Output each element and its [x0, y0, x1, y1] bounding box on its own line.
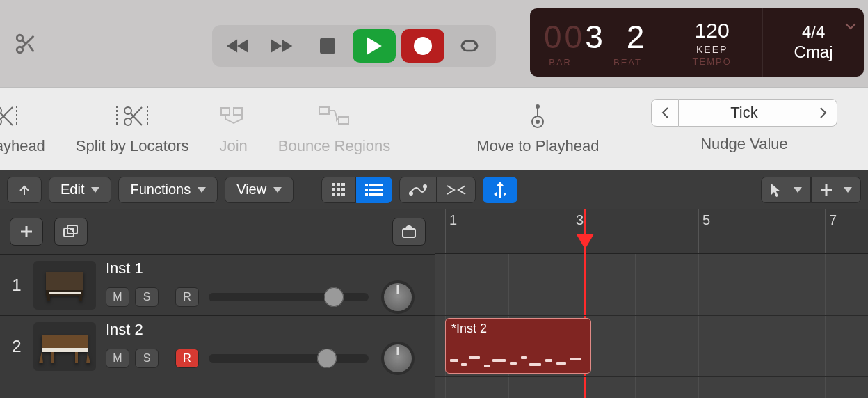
- track-number: 1: [0, 276, 33, 295]
- pointer-tool-button[interactable]: [761, 177, 811, 203]
- lcd-key-sig[interactable]: 4/4 Cmaj: [763, 8, 864, 77]
- track-row[interactable]: 1Inst 1MSR: [0, 254, 435, 315]
- svg-rect-32: [337, 193, 340, 196]
- split-by-locators-button[interactable]: Split by Locators: [76, 104, 189, 155]
- track-instrument-icon[interactable]: [33, 261, 96, 310]
- timeline[interactable]: 1 3 5 7 *Inst 2: [435, 209, 868, 398]
- svg-line-4: [22, 40, 26, 44]
- svg-rect-28: [332, 188, 335, 191]
- rewind-button[interactable]: [219, 31, 258, 61]
- lcd-tempo-value: 120: [695, 19, 730, 42]
- volume-slider[interactable]: [209, 293, 369, 301]
- join-label: Join: [220, 137, 248, 155]
- svg-rect-17: [221, 108, 230, 115]
- svg-rect-38: [365, 193, 368, 196]
- svg-rect-55: [79, 296, 82, 301]
- svg-rect-58: [51, 352, 54, 363]
- lcd-tempo-keep: KEEP: [696, 44, 728, 55]
- record-button[interactable]: [401, 29, 444, 63]
- solo-button[interactable]: S: [135, 349, 159, 368]
- ruler-mark-1: 1: [449, 212, 457, 228]
- track-instrument-icon[interactable]: [33, 322, 96, 371]
- volume-slider[interactable]: [209, 354, 369, 363]
- svg-rect-54: [47, 296, 50, 301]
- move-to-playhead-button[interactable]: Move to Playhead: [476, 104, 599, 155]
- grid-icon-view-button[interactable]: [321, 177, 356, 203]
- nudge-value-group: Tick Nudge Value: [651, 99, 837, 153]
- lcd-key: Cmaj: [794, 42, 833, 63]
- svg-line-3: [29, 44, 34, 51]
- track-name[interactable]: Inst 1: [106, 260, 435, 278]
- svg-point-0: [17, 35, 23, 41]
- functions-menu[interactable]: Functions: [118, 177, 218, 203]
- svg-rect-57: [42, 348, 88, 352]
- midi-region-inst2[interactable]: *Inst 2: [445, 318, 591, 374]
- editor-area: Edit Functions View: [0, 170, 868, 398]
- svg-line-8: [1, 113, 13, 125]
- region-toolbar: y Playhead Split by Locators Join Bounce…: [0, 87, 868, 170]
- automation-segment: [399, 177, 476, 203]
- scissors-tool-button[interactable]: [7, 25, 45, 63]
- record-enable-button[interactable]: R: [175, 349, 199, 368]
- track-row[interactable]: 2Inst 2MSR: [0, 315, 435, 376]
- lcd-display[interactable]: 00 3 2 BAR BEAT 120 KEEP TEMPO 4/4 Cmaj: [530, 8, 864, 77]
- edit-menu[interactable]: Edit: [49, 177, 111, 203]
- lcd-tempo[interactable]: 120 KEEP TEMPO: [661, 8, 762, 77]
- hide-editor-button[interactable]: [7, 177, 42, 203]
- automation-curve-button[interactable]: [399, 177, 437, 203]
- svg-rect-51: [46, 272, 83, 290]
- lcd-position[interactable]: 00 3 2 BAR BEAT: [530, 8, 661, 77]
- chevron-down-icon: [794, 187, 802, 193]
- pan-knob[interactable]: [384, 344, 412, 372]
- join-button[interactable]: Join: [220, 104, 248, 155]
- play-button[interactable]: [353, 29, 396, 63]
- add-track-button[interactable]: [10, 218, 43, 246]
- svg-line-9: [1, 107, 13, 119]
- ruler[interactable]: 1 3 5 7: [435, 209, 868, 254]
- stop-button[interactable]: [308, 31, 347, 61]
- svg-point-40: [410, 192, 412, 195]
- catch-playhead-button[interactable]: [483, 177, 517, 203]
- forward-button[interactable]: [264, 31, 303, 61]
- svg-rect-35: [369, 184, 383, 186]
- svg-line-14: [131, 113, 142, 125]
- duplicate-track-button[interactable]: [54, 218, 88, 246]
- lcd-beat-label: BEAT: [613, 57, 642, 67]
- mute-button[interactable]: M: [106, 287, 129, 307]
- svg-rect-36: [365, 189, 368, 191]
- region-label: *Inst 2: [451, 321, 487, 335]
- cycle-button[interactable]: [450, 31, 489, 61]
- split-by-playhead-button[interactable]: y Playhead: [0, 104, 45, 155]
- flex-button[interactable]: [437, 177, 476, 203]
- svg-rect-30: [341, 188, 345, 191]
- svg-rect-29: [337, 188, 340, 191]
- nudge-prev-button[interactable]: [651, 99, 679, 127]
- top-transport-bar: 00 3 2 BAR BEAT 120 KEEP TEMPO 4/4 Cmaj: [0, 0, 868, 87]
- svg-point-12: [124, 107, 131, 114]
- global-tracks-button[interactable]: [392, 218, 426, 246]
- svg-point-22: [536, 120, 539, 123]
- move-to-playhead-label: Move to Playhead: [476, 137, 599, 155]
- view-menu[interactable]: View: [225, 177, 294, 203]
- mute-button[interactable]: M: [106, 349, 129, 368]
- svg-rect-34: [365, 184, 368, 186]
- arrange-grid[interactable]: *Inst 2: [435, 254, 868, 398]
- solo-button[interactable]: S: [135, 287, 159, 307]
- svg-rect-18: [234, 108, 242, 115]
- ruler-mark-3: 3: [576, 212, 584, 228]
- svg-line-15: [131, 107, 142, 119]
- track-number: 2: [0, 337, 33, 356]
- lcd-chevron-icon: [844, 22, 857, 31]
- nudge-value-display[interactable]: Tick: [679, 99, 810, 127]
- chevron-down-icon: [91, 187, 99, 193]
- track-name[interactable]: Inst 2: [106, 321, 435, 339]
- add-tool-button[interactable]: [811, 177, 861, 203]
- list-view-button[interactable]: [356, 177, 392, 203]
- pan-knob[interactable]: [384, 283, 412, 311]
- bounce-regions-button[interactable]: Bounce Regions: [278, 104, 390, 155]
- chevron-down-icon: [198, 187, 206, 193]
- svg-rect-33: [341, 193, 345, 196]
- nudge-next-button[interactable]: [810, 99, 837, 127]
- grid-view-segment: [321, 177, 392, 203]
- record-enable-button[interactable]: R: [175, 287, 199, 307]
